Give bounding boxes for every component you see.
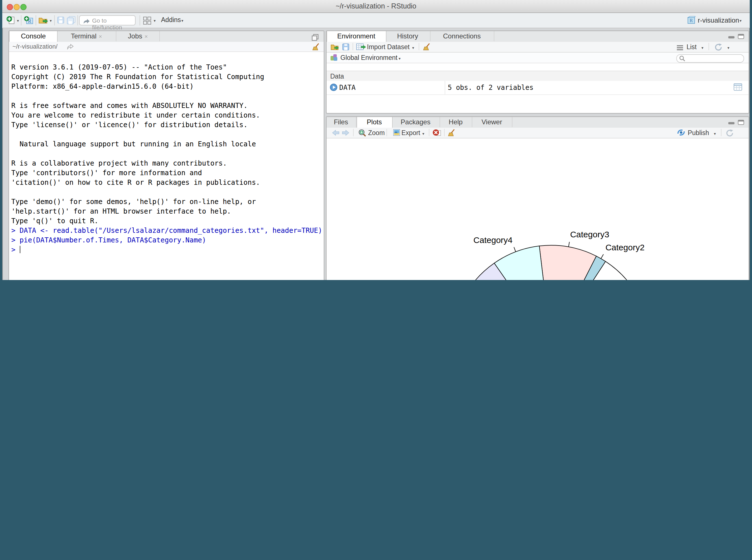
rstudio-window: ~/r-visualization - RStudio ▾ R ▾	[2, 0, 750, 280]
export-plot-button[interactable]: Export	[402, 129, 420, 136]
plot-area: Category1Category2Category3Category4Cate…	[326, 138, 749, 280]
close-icon[interactable]: ×	[145, 33, 148, 40]
list-view-button[interactable]: List	[687, 43, 697, 50]
console-prompt-line[interactable]: >	[11, 245, 324, 255]
environment-pane: Environment History Connections	[326, 31, 749, 114]
list-view-icon[interactable]	[677, 45, 683, 46]
object-value: 5 obs. of 2 variables	[448, 84, 533, 92]
publish-caret-icon[interactable]: ▾	[714, 132, 716, 135]
data-section-header: Data	[326, 71, 749, 81]
console-output: R version 3.6.1 (2019-07-05) -- "Action …	[11, 53, 324, 226]
minimize-pane-icon[interactable]	[728, 122, 734, 124]
save-all-icon[interactable]	[66, 16, 76, 26]
section-header-label: Data	[330, 73, 344, 79]
pane-minmax	[728, 120, 745, 125]
pane-minmax	[728, 34, 745, 40]
refresh-icon[interactable]	[714, 43, 723, 52]
addins-menu[interactable]: Addins	[161, 16, 181, 23]
new-project-icon[interactable]: R	[24, 16, 33, 27]
project-caret-icon[interactable]: ▾	[739, 19, 741, 23]
working-directory: ~/r-visualization/	[13, 43, 58, 50]
console-dir-row: ~/r-visualization/	[9, 42, 324, 52]
console-prompt: >	[11, 246, 20, 254]
import-dataset-icon[interactable]	[355, 43, 366, 52]
environment-scope-selector[interactable]: Global Environment	[340, 54, 398, 61]
environment-toolbar: Import Dataset ▾ List ▾ ▾	[326, 42, 749, 53]
tab-files[interactable]: Files	[326, 117, 356, 127]
goto-file-search[interactable]: Go to file/function	[79, 15, 136, 25]
previous-plot-arrow-icon[interactable]	[331, 129, 339, 137]
export-plot-icon[interactable]	[390, 129, 400, 137]
tab-packages[interactable]: Packages	[392, 117, 440, 127]
maximize-pane-icon[interactable]	[738, 34, 744, 39]
refresh-plot-icon[interactable]	[725, 128, 734, 138]
new-file-icon[interactable]	[6, 16, 15, 27]
tab-help[interactable]: Help	[440, 117, 472, 127]
title-bar: ~/r-visualization - RStudio	[2, 0, 750, 13]
console-command-line: > DATA <- read.table("/Users/lsalazar/co…	[11, 226, 324, 236]
pane-layout-caret-icon[interactable]: ▾	[154, 19, 156, 23]
zoom-plot-icon[interactable]	[358, 128, 366, 138]
clear-plots-broom-icon[interactable]	[447, 128, 455, 138]
tab-environment[interactable]: Environment	[326, 31, 386, 42]
scope-caret-icon[interactable]: ▾	[399, 56, 401, 60]
import-dataset-caret-icon[interactable]: ▾	[412, 45, 414, 49]
clear-console-broom-icon[interactable]	[312, 43, 320, 52]
open-file-icon[interactable]	[38, 16, 48, 27]
plots-tabbar: Files Plots Packages Help Viewer	[326, 117, 749, 128]
tab-console[interactable]: Console	[9, 31, 58, 42]
open-file-caret-icon[interactable]: ▾	[50, 19, 52, 23]
clear-environment-broom-icon[interactable]	[422, 43, 430, 52]
tab-viewer[interactable]: Viewer	[472, 117, 512, 127]
pie-chart: Category1Category2Category3Category4Cate…	[326, 138, 746, 280]
next-plot-arrow-icon[interactable]	[342, 129, 349, 137]
pie-label-Category3: Category3	[570, 230, 609, 239]
maximize-pane-icon[interactable]	[738, 120, 744, 125]
refresh-caret-icon[interactable]: ▾	[727, 45, 729, 49]
publish-button[interactable]: Publish	[688, 129, 709, 136]
environment-tabbar: Environment History Connections	[326, 31, 749, 42]
import-dataset-button[interactable]: Import Dataset	[367, 43, 410, 50]
remove-plot-icon[interactable]	[432, 128, 441, 138]
load-workspace-folder-icon[interactable]	[330, 43, 339, 52]
expand-object-icon[interactable]	[330, 84, 337, 93]
console-pane: Console Terminal× Jobs× ~/r-visualizatio…	[8, 31, 324, 280]
addins-caret-icon[interactable]: ▾	[181, 19, 183, 23]
pie-tick	[513, 247, 515, 252]
svg-text:R: R	[690, 18, 693, 23]
console-commands: > DATA <- read.table("/Users/lsalazar/co…	[11, 226, 324, 245]
desktop: ~/r-visualization - RStudio ▾ R ▾	[0, 0, 752, 280]
window-title: ~/r-visualization - RStudio	[2, 2, 750, 10]
console-tabbar: Console Terminal× Jobs×	[9, 31, 324, 42]
export-caret-icon[interactable]: ▾	[422, 132, 424, 135]
environment-search-input[interactable]	[676, 54, 744, 62]
object-name: DATA	[339, 84, 355, 92]
goto-directory-arrow-icon[interactable]	[67, 43, 74, 51]
pie-label-Category4: Category4	[473, 235, 512, 245]
plots-toolbar: Zoom Export ▾ Publish ▾	[326, 128, 749, 138]
zoom-plot-button[interactable]: Zoom	[368, 129, 385, 136]
save-workspace-icon[interactable]	[342, 43, 349, 52]
object-row-DATA[interactable]: DATA 5 obs. of 2 variables	[326, 81, 749, 95]
pane-layout-grid-icon[interactable]	[143, 16, 151, 27]
close-icon[interactable]: ×	[99, 33, 102, 40]
console-command-line: > pie(DATA$Number.of.Times, DATA$Categor…	[11, 236, 324, 245]
tab-history[interactable]: History	[386, 31, 430, 41]
tab-connections[interactable]: Connections	[430, 31, 494, 41]
goto-arrow-icon	[82, 17, 90, 27]
project-cube-icon[interactable]: R	[687, 16, 695, 26]
tab-jobs[interactable]: Jobs×	[116, 31, 160, 41]
new-file-caret-icon[interactable]: ▾	[17, 19, 19, 23]
pie-tick	[601, 254, 603, 259]
view-data-grid-icon[interactable]	[733, 82, 743, 93]
tab-plots[interactable]: Plots	[356, 117, 392, 128]
list-view-caret-icon[interactable]: ▾	[702, 45, 704, 49]
publish-icon[interactable]	[677, 129, 685, 137]
project-selector[interactable]: r-visualization	[698, 16, 739, 24]
minimize-pane-icon[interactable]	[728, 36, 734, 38]
save-icon[interactable]	[57, 16, 65, 26]
console-body[interactable]: R version 3.6.1 (2019-07-05) -- "Action …	[9, 52, 324, 280]
global-environment-row: Global Environment ▾	[326, 53, 749, 63]
tab-terminal[interactable]: Terminal×	[57, 31, 116, 41]
pie-label-Category2: Category2	[605, 243, 644, 252]
